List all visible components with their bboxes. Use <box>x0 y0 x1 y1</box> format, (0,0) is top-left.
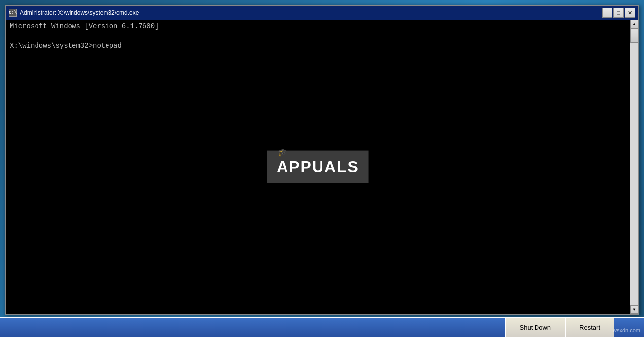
terminal-line-2 <box>10 32 626 41</box>
restart-button[interactable]: Restart <box>565 318 614 337</box>
watermark-a-container: 🎓A <box>277 156 289 178</box>
terminal-line-1: Microsoft Windows [Version 6.1.7600] <box>10 22 626 32</box>
title-bar: C:\ Administrator: X:\windows\system32\c… <box>6 6 638 20</box>
watermark-text-full: 🎓APPUALS <box>277 156 359 178</box>
maximize-button[interactable]: □ <box>613 8 624 18</box>
scroll-down-arrow: ▼ <box>633 307 636 312</box>
terminal-body: Microsoft Windows [Version 6.1.7600] X:\… <box>6 20 638 314</box>
watermark-mascot: 🎓 <box>278 147 288 158</box>
shutdown-label: Shut Down <box>520 324 551 331</box>
appuals-watermark: 🎓APPUALS <box>267 151 369 183</box>
cmd-window: C:\ Administrator: X:\windows\system32\c… <box>5 5 639 315</box>
watermark-rest: PPUALS <box>289 158 359 176</box>
scrollbar-track[interactable] <box>630 28 638 305</box>
terminal-line-3: X:\windows\system32>notepad <box>10 41 626 51</box>
scrollbar-down-button[interactable]: ▼ <box>630 305 638 314</box>
window-controls: ─ □ ✕ <box>602 8 635 18</box>
terminal-line-4 <box>10 51 626 61</box>
cmd-icon: C:\ <box>9 9 17 17</box>
window-title: Administrator: X:\windows\system32\cmd.e… <box>20 9 602 16</box>
watermark-logo: 🎓APPUALS <box>277 156 359 178</box>
taskbar-buttons: Shut Down Restart <box>505 318 615 337</box>
close-button[interactable]: ✕ <box>625 8 635 18</box>
scrollbar-thumb[interactable] <box>630 28 638 43</box>
scrollbar: ▲ ▼ <box>630 20 638 314</box>
restart-label: Restart <box>579 324 600 331</box>
minimize-button[interactable]: ─ <box>602 8 612 18</box>
taskbar: Shut Down Restart <box>0 317 644 337</box>
taskbar-left <box>0 318 505 337</box>
scroll-up-arrow: ▲ <box>633 22 636 26</box>
wsxdn-watermark: wsxdn.com <box>613 327 640 333</box>
scrollbar-up-button[interactable]: ▲ <box>630 20 638 28</box>
shutdown-button[interactable]: Shut Down <box>505 318 566 337</box>
terminal-content[interactable]: Microsoft Windows [Version 6.1.7600] X:\… <box>6 20 630 314</box>
